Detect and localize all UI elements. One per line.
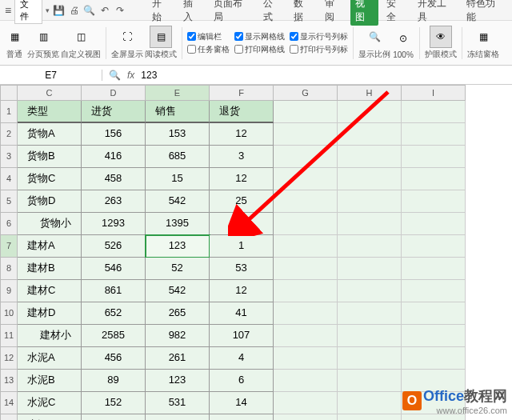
cell[interactable]: 建材小计 — [18, 325, 82, 347]
cell[interactable]: 1395 — [146, 213, 210, 235]
cell[interactable]: 建材B — [18, 258, 82, 280]
cell[interactable] — [338, 168, 402, 190]
cell[interactable] — [402, 258, 466, 280]
view-normal-button[interactable]: ▦ 普通 — [3, 26, 26, 60]
cell[interactable]: 建材A — [18, 235, 82, 258]
cell[interactable]: 15 — [146, 168, 210, 190]
row-header[interactable]: 6 — [0, 213, 18, 235]
zoom-ratio-button[interactable]: 🔍 显示比例 — [358, 26, 390, 60]
cell[interactable] — [274, 347, 338, 370]
print-icon[interactable]: 🖨 — [68, 4, 80, 17]
chk-rowcol-hdr[interactable]: 显示行号列标 — [290, 31, 348, 42]
name-box[interactable]: E7 — [0, 70, 102, 81]
cell[interactable]: 107 — [210, 325, 274, 347]
cell[interactable] — [274, 414, 338, 420]
cell[interactable] — [402, 146, 466, 168]
cell[interactable] — [274, 235, 338, 258]
cell[interactable]: 982 — [146, 325, 210, 347]
cell[interactable] — [402, 101, 466, 123]
cell[interactable]: 建材D — [18, 302, 82, 325]
row-header[interactable]: 5 — [0, 190, 18, 213]
row-header[interactable]: 11 — [0, 325, 18, 347]
cell[interactable]: 263 — [82, 190, 146, 213]
row-header[interactable]: 2 — [0, 123, 18, 146]
tab-features[interactable]: 特色功能 — [462, 0, 507, 24]
cell[interactable]: 12 — [210, 168, 274, 190]
cell[interactable] — [274, 392, 338, 414]
col-header-H[interactable]: H — [338, 85, 402, 101]
cell[interactable] — [338, 347, 402, 370]
cell[interactable]: 542 — [146, 190, 210, 213]
cell[interactable] — [338, 414, 402, 420]
cell[interactable] — [338, 213, 402, 235]
chk-gridlines[interactable]: 显示网格线 — [234, 31, 285, 42]
cell[interactable] — [402, 213, 466, 235]
cell[interactable]: 261 — [146, 347, 210, 370]
cell[interactable]: 652 — [82, 302, 146, 325]
eyemode-button[interactable]: 👁 护眼模式 — [425, 26, 457, 60]
cell[interactable]: 152 — [82, 392, 146, 414]
cell[interactable] — [274, 168, 338, 190]
readmode-button[interactable]: ▤ 阅读模式 — [145, 26, 177, 60]
cell[interactable] — [274, 190, 338, 213]
cell[interactable]: 货物B — [18, 146, 82, 168]
freeze-button[interactable]: ▦ 冻结窗格 — [467, 26, 499, 60]
row-header[interactable]: 3 — [0, 146, 18, 168]
row-header[interactable]: 4 — [0, 168, 18, 190]
chk-print-rowcol[interactable]: 打印行号列标 — [290, 44, 348, 55]
cell[interactable]: 1 — [210, 235, 274, 258]
cell[interactable] — [402, 347, 466, 370]
cell[interactable]: 水泥B — [18, 370, 82, 392]
spreadsheet-grid[interactable]: CDEFGHI 1类型进货销售退货2货物A156153123货物B4166853… — [0, 85, 512, 420]
col-header-F[interactable]: F — [210, 85, 274, 101]
cell[interactable]: 货物C — [18, 168, 82, 190]
cell[interactable]: 123 — [146, 235, 210, 258]
col-header-D[interactable]: D — [82, 85, 146, 101]
cell[interactable]: 526 — [82, 235, 146, 258]
cell[interactable] — [402, 280, 466, 302]
cell[interactable]: 1 — [210, 414, 274, 420]
zoom-100-button[interactable]: ⊙ 100% — [392, 27, 414, 59]
cell[interactable] — [338, 325, 402, 347]
cell[interactable]: 52 — [146, 258, 210, 280]
cell[interactable]: 1293 — [82, 213, 146, 235]
cell[interactable] — [338, 370, 402, 392]
cell[interactable]: 4 — [210, 347, 274, 370]
cell[interactable]: 14 — [210, 392, 274, 414]
save-icon[interactable]: 💾 — [53, 4, 65, 17]
tab-developer[interactable]: 开发工具 — [413, 0, 458, 24]
chk-taskpane[interactable]: 任务窗格 — [187, 44, 230, 55]
row-header[interactable]: 13 — [0, 370, 18, 392]
preview-icon[interactable]: 🔍 — [83, 4, 95, 17]
cell[interactable]: 6 — [210, 370, 274, 392]
view-custom-button[interactable]: ◫ 自定义视图 — [61, 26, 101, 60]
cell[interactable] — [338, 101, 402, 123]
cell[interactable] — [274, 213, 338, 235]
cell[interactable]: 41 — [210, 302, 274, 325]
cell[interactable]: 456 — [82, 347, 146, 370]
cell[interactable] — [338, 123, 402, 146]
file-menu[interactable]: 文件 — [14, 0, 42, 24]
tab-formula[interactable]: 公式 — [258, 0, 286, 24]
row-header[interactable]: 9 — [0, 280, 18, 302]
cell[interactable] — [274, 280, 338, 302]
file-dropdown-icon[interactable]: ▾ — [46, 6, 50, 14]
cell[interactable]: 25 — [210, 190, 274, 213]
cell[interactable]: 89 — [82, 370, 146, 392]
chk-formula-bar[interactable]: 编辑栏 — [187, 31, 230, 42]
select-all-corner[interactable] — [0, 85, 18, 101]
tab-insert[interactable]: 插入 — [178, 0, 206, 24]
row-header[interactable]: 14 — [0, 392, 18, 414]
cell[interactable]: 458 — [82, 168, 146, 190]
cell[interactable]: 货物D — [18, 190, 82, 213]
chk-print-gridlines[interactable]: 打印网格线 — [234, 44, 285, 55]
cell[interactable]: 2585 — [82, 325, 146, 347]
col-header-G[interactable]: G — [274, 85, 338, 101]
cell[interactable]: 进货 — [82, 101, 146, 123]
row-header[interactable]: 15 — [0, 414, 18, 420]
cell[interactable] — [402, 123, 466, 146]
row-header[interactable]: 12 — [0, 347, 18, 370]
cell[interactable] — [338, 146, 402, 168]
cell[interactable] — [338, 235, 402, 258]
cell[interactable]: 156 — [82, 123, 146, 146]
